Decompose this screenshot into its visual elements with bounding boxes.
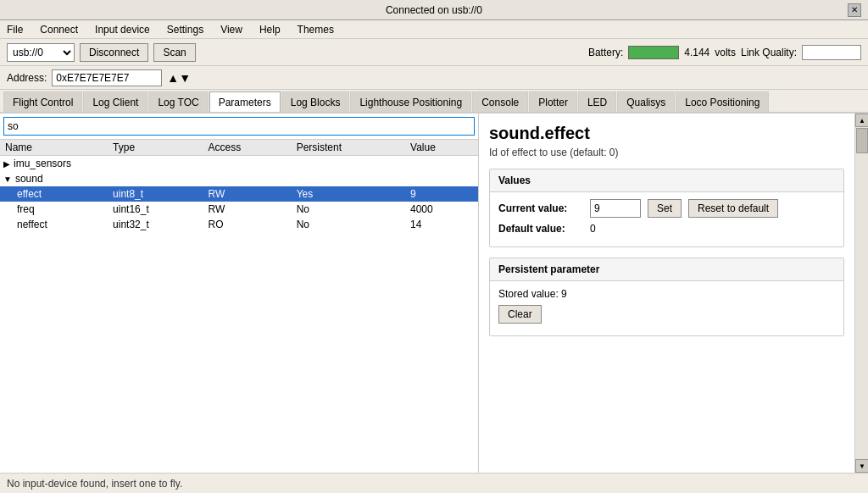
table-row[interactable]: ▶imu_sensors (0, 156, 478, 172)
stored-value-row: Stored value: 9 (498, 288, 835, 300)
search-input[interactable] (3, 117, 475, 136)
tab-led[interactable]: LED (578, 91, 616, 112)
address-spinner[interactable]: ▲▼ (167, 71, 191, 85)
default-value: 0 (590, 223, 596, 235)
address-input[interactable] (52, 69, 162, 86)
values-box: Values Current value: Set Reset to defau… (489, 169, 844, 247)
values-box-content: Current value: Set Reset to default Defa… (490, 192, 843, 246)
battery-value: 4.144 (684, 47, 709, 58)
toolbar: usb://0 Disconnect Scan Battery: 4.144 v… (0, 39, 868, 66)
current-value-row: Current value: Set Reset to default (498, 199, 835, 218)
scan-button[interactable]: Scan (153, 43, 195, 62)
stored-value-label: Stored value: 9 (498, 288, 567, 300)
param-title: sound.effect (489, 124, 844, 143)
tab-flight-control[interactable]: Flight Control (3, 91, 82, 112)
table-row[interactable]: ▼sound (0, 171, 478, 186)
default-value-row: Default value: 0 (498, 223, 835, 235)
usb-selector[interactable]: usb://0 (7, 43, 75, 62)
status-text: No input-device found, insert one to fly… (7, 478, 182, 490)
menu-connect[interactable]: Connect (36, 22, 81, 37)
table-row[interactable]: freq uint16_t RW No 4000 (0, 202, 478, 217)
window-title: Connected on usb://0 (20, 4, 848, 16)
persistent-box-title: Persistent parameter (490, 258, 843, 281)
set-button[interactable]: Set (648, 199, 682, 218)
title-bar: Connected on usb://0 ✕ (0, 0, 868, 20)
persistent-box-content: Stored value: 9 Clear (490, 281, 843, 335)
link-quality-indicator (802, 45, 861, 60)
tab-plotter[interactable]: Plotter (529, 91, 577, 112)
address-label: Address: (7, 72, 47, 84)
col-value: Value (405, 140, 478, 156)
battery-label: Battery: (588, 47, 623, 58)
menu-settings[interactable]: Settings (164, 22, 207, 37)
default-value-label: Default value: (498, 223, 583, 235)
tab-loco[interactable]: Loco Positioning (676, 91, 769, 112)
scroll-down-button[interactable]: ▼ (855, 459, 868, 473)
tab-log-toc[interactable]: Log TOC (148, 91, 208, 112)
link-quality-label: Link Quality: (741, 47, 797, 58)
tab-console[interactable]: Console (472, 91, 528, 112)
battery-indicator (628, 46, 679, 59)
status-bar: No input-device found, insert one to fly… (0, 473, 868, 493)
persistent-box: Persistent parameter Stored value: 9 Cle… (489, 258, 844, 336)
clear-row: Clear (498, 305, 835, 324)
col-persistent: Persistent (292, 140, 405, 156)
tabs-bar: Flight Control Log Client Log TOC Parame… (0, 90, 868, 114)
scrollbar[interactable]: ▲ ▼ (854, 114, 868, 473)
reset-button[interactable]: Reset to default (688, 199, 778, 218)
volts-label: volts (715, 47, 736, 58)
battery-area: Battery: 4.144 volts Link Quality: (588, 45, 861, 60)
current-value-input[interactable] (590, 199, 641, 218)
close-button[interactable]: ✕ (848, 3, 861, 17)
tab-lighthouse[interactable]: Lighthouse Positioning (350, 91, 471, 112)
col-name: Name (0, 140, 108, 156)
col-access: Access (203, 140, 291, 156)
param-table: Name Type Access Persistent Value ▶imu_s… (0, 140, 478, 473)
search-box (0, 114, 478, 140)
tab-log-client[interactable]: Log Client (83, 91, 147, 112)
table-row[interactable]: neffect uint32_t RO No 14 (0, 217, 478, 232)
scroll-thumb[interactable] (856, 128, 868, 153)
left-panel: Name Type Access Persistent Value ▶imu_s… (0, 114, 479, 473)
col-type: Type (108, 140, 203, 156)
disconnect-button[interactable]: Disconnect (80, 43, 148, 62)
current-value-label: Current value: (498, 202, 583, 214)
menu-bar: File Connect Input device Settings View … (0, 20, 868, 39)
tab-log-blocks[interactable]: Log Blocks (281, 91, 350, 112)
right-panel: sound.effect Id of effect to use (defaul… (479, 114, 854, 473)
tab-parameters[interactable]: Parameters (209, 91, 281, 112)
scroll-track[interactable] (855, 127, 868, 459)
address-bar: Address: ▲▼ (0, 66, 868, 90)
menu-input-device[interactable]: Input device (92, 22, 153, 37)
scroll-up-button[interactable]: ▲ (855, 114, 868, 127)
main-content: Name Type Access Persistent Value ▶imu_s… (0, 114, 868, 473)
values-box-title: Values (490, 169, 843, 192)
tab-qualisys[interactable]: Qualisys (617, 91, 675, 112)
menu-themes[interactable]: Themes (294, 22, 337, 37)
menu-file[interactable]: File (3, 22, 26, 37)
param-description: Id of effect to use (default: 0) (489, 147, 844, 158)
menu-view[interactable]: View (217, 22, 246, 37)
clear-button[interactable]: Clear (498, 305, 542, 324)
menu-help[interactable]: Help (256, 22, 284, 37)
table-row[interactable]: effect uint8_t RW Yes 9 (0, 186, 478, 202)
